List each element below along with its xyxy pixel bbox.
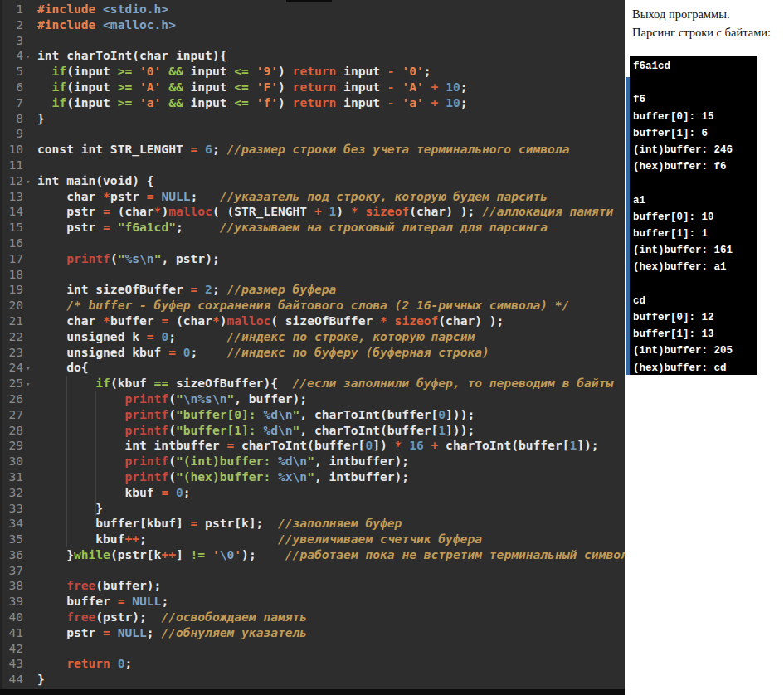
fold-marker-icon[interactable]: ▾ [23, 174, 37, 190]
code-text: pstr = "f6a1cd"; //указываем на строковы… [37, 220, 548, 234]
code-text: printf("buffer[1]: %d\n", charToInt(buff… [37, 423, 475, 437]
line-number: 16 [0, 236, 23, 251]
indent-guide [66, 376, 67, 547]
code-text: unsigned k = 0; //индекс по строке, кото… [37, 329, 475, 343]
line-number: 28 [0, 423, 23, 439]
code-text: kbuf = 0; [37, 485, 191, 499]
code-line[interactable]: 2#include <malloc.h> [0, 17, 625, 33]
code-text: int sizeOfBuffer = 2; //размер буфера [37, 282, 336, 296]
code-line[interactable]: 44} [0, 672, 625, 688]
code-text: buffer = NULL; [37, 594, 168, 608]
code-line[interactable]: 36 }while(pstr[k++] != '\0'); //работаем… [0, 547, 625, 563]
code-text: printf("(int)buffer: %d\n", intbuffer); [37, 454, 409, 468]
code-text: } [37, 672, 45, 686]
code-text: int charToInt(char input){ [37, 48, 226, 62]
code-line[interactable]: 29 int intbuffer = charToInt(buffer[0]) … [0, 438, 625, 454]
code-line[interactable]: 24▾ do{ [0, 360, 625, 376]
line-number: 13 [0, 189, 23, 205]
line-number: 1 [0, 2, 23, 17]
code-line[interactable]: 11 [0, 158, 625, 173]
line-number: 36 [0, 547, 23, 563]
code-line[interactable]: 14 pstr = (char*)malloc( (STR_LENGHT + 1… [0, 204, 625, 220]
fold-marker-icon[interactable]: ▾ [23, 49, 37, 65]
line-number: 44 [0, 672, 23, 688]
code-line[interactable]: 15 pstr = "f6a1cd"; //указываем на строк… [0, 220, 625, 236]
code-line[interactable]: 18 [0, 267, 625, 283]
screenshot-root: 1#include <stdio.h>2#include <malloc.h>3… [0, 0, 784, 695]
line-number: 12 [0, 173, 23, 189]
code-line[interactable]: 40 free(pstr); //освобождаем память [0, 610, 625, 625]
code-line[interactable]: 19 int sizeOfBuffer = 2; //размер буфера [0, 282, 625, 298]
code-editor[interactable]: 1#include <stdio.h>2#include <malloc.h>3… [0, 0, 625, 695]
code-line[interactable]: 30 printf("(int)buffer: %d\n", intbuffer… [0, 454, 625, 469]
line-number: 17 [0, 251, 23, 267]
line-number: 20 [0, 298, 23, 313]
code-line[interactable]: 34 buffer[kbuf] = pstr[k]; //заполняем б… [0, 516, 625, 532]
code-line[interactable]: 33 } [0, 501, 625, 517]
code-text: printf("\n%s\n", buffer); [37, 391, 307, 406]
code-line[interactable]: 5 if(input >= '0' && input <= '9') retur… [0, 64, 625, 80]
code-text: kbuf++; //увеличиваем счетчик буфера [37, 532, 482, 546]
window-edge-left [0, 0, 2, 695]
code-line[interactable]: 13 char *pstr = NULL; //указатель под ст… [0, 189, 625, 205]
line-number: 39 [0, 594, 23, 610]
code-line[interactable]: 9 [0, 126, 625, 142]
code-line[interactable]: 39 buffer = NULL; [0, 594, 625, 610]
output-title-line2: Парсинг строки с байтами: [632, 24, 784, 42]
code-line[interactable]: 35 kbuf++; //увеличиваем счетчик буфера [0, 532, 625, 547]
line-number: 34 [0, 516, 23, 532]
code-line[interactable]: 32 kbuf = 0; [0, 485, 625, 501]
code-line[interactable]: 41 pstr = NULL; //обнуляем указатель [0, 625, 625, 641]
line-number: 32 [0, 485, 23, 501]
code-text: if(input >= 'A' && input <= 'F') return … [37, 80, 468, 94]
code-line[interactable]: 27 printf("buffer[0]: %d\n", charToInt(b… [0, 407, 625, 423]
code-line[interactable]: 31 printf("(hex)buffer: %x\n", intbuffer… [0, 469, 625, 485]
code-text: pstr = NULL; //обнуляем указатель [37, 625, 307, 639]
code-line[interactable]: 7 if(input >= 'a' && input <= 'f') retur… [0, 95, 625, 111]
fold-marker-icon[interactable]: ▾ [23, 361, 37, 377]
line-number: 27 [0, 407, 23, 423]
line-number: 11 [0, 158, 23, 173]
window-edge-bottom [0, 689, 625, 695]
code-line[interactable]: 42 [0, 641, 625, 657]
code-line[interactable]: 25▾ if(kbuf == sizeOfBuffer){ //если зап… [0, 376, 625, 391]
output-panel-titles: Выход программы. Парсинг строки с байтам… [625, 0, 784, 41]
code-line[interactable]: 26 printf("\n%s\n", buffer); [0, 391, 625, 407]
code-text: unsigned kbuf = 0; //индекс по буферу (б… [37, 345, 489, 359]
code-line[interactable]: 16 [0, 236, 625, 251]
fold-marker-icon[interactable]: ▾ [23, 377, 37, 392]
code-line[interactable]: 23 unsigned kbuf = 0; //индекс по буферу… [0, 345, 625, 361]
code-line[interactable]: 12▾int main(void) { [0, 173, 625, 189]
code-line[interactable]: 37 [0, 563, 625, 579]
console-output: f6a1cd f6 buffer[0]: 15 buffer[1]: 6 (in… [630, 56, 757, 375]
code-text: int intbuffer = charToInt(buffer[0]) * 1… [37, 438, 599, 452]
code-text: if(input >= 'a' && input <= 'f') return … [37, 95, 468, 109]
line-number: 23 [0, 345, 23, 361]
line-number: 18 [0, 267, 23, 283]
line-number: 40 [0, 610, 23, 625]
line-number: 22 [0, 329, 23, 345]
code-text: const int STR_LENGHT = 6; //размер строк… [37, 142, 569, 156]
code-text: #include <stdio.h> [37, 2, 168, 16]
code-line[interactable]: 28 printf("buffer[1]: %d\n", charToInt(b… [0, 423, 625, 439]
code-line[interactable]: 17 printf("%s\n", pstr); [0, 251, 625, 267]
code-line[interactable]: 21 char *buffer = (char*)malloc( sizeOfB… [0, 313, 625, 329]
code-line[interactable]: 43 return 0; [0, 656, 625, 672]
line-number: 25 [0, 376, 23, 391]
code-line[interactable]: 22 unsigned k = 0; //индекс по строке, к… [0, 329, 625, 345]
code-line[interactable]: 4▾int charToInt(char input){ [0, 48, 625, 64]
code-text: do{ [37, 360, 89, 374]
code-text: free(buffer); [37, 578, 161, 592]
code-line[interactable]: 10const int STR_LENGHT = 6; //размер стр… [0, 142, 625, 158]
code-line[interactable]: 6 if(input >= 'A' && input <= 'F') retur… [0, 80, 625, 95]
code-line[interactable]: 38 free(buffer); [0, 578, 625, 594]
code-line[interactable]: 1#include <stdio.h> [0, 2, 625, 17]
code-text: return 0; [37, 656, 132, 670]
code-line[interactable]: 3 [0, 33, 625, 49]
line-number: 4 [0, 48, 23, 64]
code-text: /* buffer - буфер сохранения байтового с… [37, 298, 569, 312]
code-text: if(kbuf == sizeOfBuffer){ //если заполни… [37, 376, 613, 390]
code-line[interactable]: 8} [0, 111, 625, 127]
code-line[interactable]: 20 /* buffer - буфер сохранения байтовог… [0, 298, 625, 313]
code-text: pstr = (char*)malloc( (STR_LENGHT + 1) *… [37, 204, 613, 218]
